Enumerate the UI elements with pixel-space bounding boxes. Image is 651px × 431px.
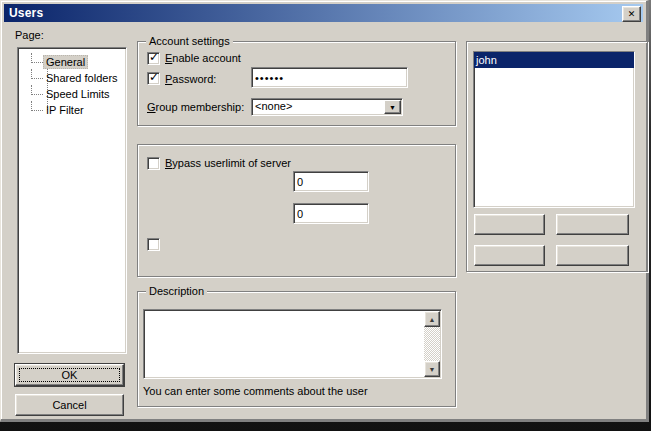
tree-branch-icon	[31, 69, 43, 79]
max-connections-input[interactable]	[293, 171, 369, 192]
tree-item-general[interactable]: General	[18, 54, 88, 70]
bypass-userlimit-checkbox[interactable]	[147, 157, 160, 170]
description-title: Description	[146, 285, 207, 298]
group-membership-select[interactable]: <none> ▼	[251, 98, 403, 116]
description-textarea[interactable]: ▲ ▼	[143, 309, 442, 379]
rename-button[interactable]	[474, 245, 545, 266]
enable-account-label[interactable]: Enable account	[165, 52, 241, 64]
focus-rect	[19, 368, 120, 382]
cancel-button[interactable]: Cancel	[15, 394, 124, 416]
page-tree[interactable]: General Shared folders Speed Limits IP F…	[17, 47, 127, 354]
tree-item-ip-filter[interactable]: IP Filter	[18, 102, 87, 118]
titlebar[interactable]: Users ✕	[4, 4, 643, 22]
add-button[interactable]	[474, 214, 545, 235]
tree-branch-icon	[31, 101, 43, 111]
bypass-userlimit-label[interactable]: Bypass userlimit of server	[165, 157, 291, 169]
chevron-down-icon[interactable]: ▼	[384, 100, 401, 114]
group-membership-value: <none>	[255, 100, 384, 112]
password-label[interactable]: Password:	[165, 73, 216, 85]
page-label: Page:	[15, 29, 44, 41]
tree-branch-icon	[31, 85, 43, 95]
enable-account-checkbox[interactable]	[147, 52, 160, 65]
users-dialog: Users ✕ Page: General Shared folders Spe…	[0, 0, 649, 422]
account-settings-title: Account settings	[146, 35, 233, 48]
window-title: Users	[9, 6, 43, 20]
scroll-up-icon[interactable]: ▲	[424, 311, 440, 327]
conn-per-ip-input[interactable]	[293, 203, 369, 224]
description-text	[146, 312, 423, 376]
ok-button[interactable]: OK	[15, 364, 124, 386]
copy-button[interactable]	[556, 245, 629, 266]
tree-item-shared-folders[interactable]: Shared folders	[18, 70, 121, 86]
close-button[interactable]: ✕	[622, 6, 641, 22]
scroll-down-icon[interactable]: ▼	[424, 361, 440, 377]
user-list-item[interactable]: john	[474, 52, 634, 68]
group-membership-label: Group membership:	[147, 101, 244, 113]
password-checkbox[interactable]	[147, 72, 160, 85]
tree-branch-icon	[31, 53, 43, 63]
force-ssl-checkbox[interactable]	[147, 238, 160, 251]
description-scrollbar[interactable]: ▲ ▼	[424, 311, 440, 377]
tree-item-speed-limits[interactable]: Speed Limits	[18, 86, 113, 102]
remove-button[interactable]	[556, 214, 629, 235]
password-input[interactable]	[251, 67, 408, 88]
screen: { "window": { "title": "Users", "close_g…	[0, 0, 651, 431]
close-icon: ✕	[628, 10, 636, 19]
description-hint: You can enter some comments about the us…	[143, 385, 368, 397]
users-listbox[interactable]: john	[473, 51, 635, 208]
